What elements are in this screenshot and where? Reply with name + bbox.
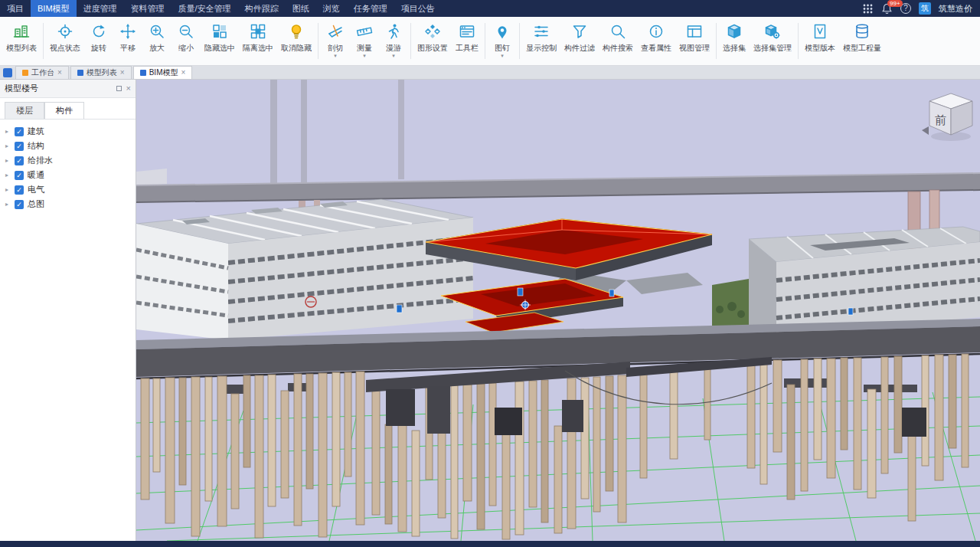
expand-icon[interactable]: ▸ — [3, 201, 11, 208]
tab-label: 工作台 — [31, 67, 54, 78]
tab-workbench[interactable]: 工作台 × — [15, 66, 69, 79]
ribbon-button-viewpoint-state[interactable]: 视点状态 — [46, 18, 84, 64]
status-bar — [0, 541, 980, 547]
home-tab-icon[interactable] — [3, 68, 12, 77]
ribbon-button-label: 缩小 — [178, 43, 194, 54]
expand-icon[interactable]: ▸ — [3, 142, 11, 149]
ribbon-button-view-properties[interactable]: 查看属性 — [637, 18, 675, 64]
tab-model-list[interactable]: 模型列表 × — [70, 66, 132, 79]
workbench-tab-icon — [22, 70, 28, 76]
username[interactable]: 筑慧造价 — [939, 3, 972, 15]
hide-selected-icon — [211, 21, 228, 41]
ribbon-button-selection-set-manager[interactable]: 选择集管理 — [750, 18, 795, 64]
ribbon-button-label: 放大 — [149, 43, 165, 54]
section-icon — [327, 21, 344, 41]
tree-item-plumbing[interactable]: ▸ ✓ 给排水 — [3, 153, 132, 168]
tree-item-label: 暖通 — [28, 169, 44, 181]
ribbon-button-pan[interactable]: 平移 — [113, 18, 142, 64]
apps-icon[interactable] — [862, 3, 874, 15]
model-version-icon — [812, 21, 828, 41]
search-icon — [609, 21, 626, 41]
ribbon-button-label: 查看属性 — [641, 43, 671, 54]
tab-label: BIM模型 — [149, 67, 178, 78]
close-icon[interactable]: × — [57, 69, 62, 77]
pin-panel-icon[interactable] — [116, 86, 122, 91]
ribbon-button-model-list[interactable]: 模型列表 — [2, 18, 41, 64]
ribbon-button-label: 隔离选中 — [243, 43, 273, 54]
close-panel-icon[interactable]: × — [126, 84, 131, 93]
ribbon-button-isolate-selected[interactable]: 隔离选中 — [239, 18, 277, 64]
ribbon-button-graphic-settings[interactable]: 图形设置 — [413, 18, 452, 64]
ribbon-button-pin[interactable]: 图钉 ▾ — [488, 18, 517, 64]
ribbon-button-label: 视图管理 — [679, 43, 710, 54]
tree-item-label: 给排水 — [28, 155, 53, 166]
checkbox-checked[interactable]: ✓ — [15, 185, 24, 195]
menu-item-documents[interactable]: 资料管理 — [124, 0, 172, 17]
ribbon-button-zoom-in[interactable]: 放大 — [142, 18, 172, 64]
avatar[interactable]: 筑 — [919, 2, 931, 15]
panel-tab-floors[interactable]: 楼层 — [5, 102, 44, 119]
selection-set-manager-icon — [764, 21, 781, 41]
ribbon-separator — [798, 23, 799, 59]
panel-header: 模型楼号 × — [0, 80, 136, 98]
ribbon-button-label: 构件搜索 — [603, 43, 633, 54]
ribbon-button-display-control[interactable]: 显示控制 — [522, 18, 560, 64]
menu-item-drawings[interactable]: 图纸 — [286, 0, 316, 17]
ribbon-button-view-manager[interactable]: 视图管理 — [675, 18, 714, 64]
ribbon-button-measure[interactable]: 测量 ▾ — [350, 18, 379, 64]
ribbon-button-model-quantities[interactable]: 模型工程量 — [839, 18, 885, 64]
dropdown-arrow-icon: ▾ — [501, 54, 504, 58]
panel-tab-components[interactable]: 构件 — [44, 102, 84, 119]
ribbon-button-walkthrough[interactable]: 漫游 ▾ — [379, 18, 408, 64]
pan-icon — [119, 21, 136, 41]
menu-item-browse[interactable]: 浏览 — [316, 0, 347, 17]
ribbon-button-section[interactable]: 剖切 ▾ — [321, 18, 350, 64]
menu-item-project[interactable]: 项目 — [0, 0, 31, 17]
menu-item-schedule[interactable]: 进度管理 — [77, 0, 124, 17]
ribbon-button-label: 测量 — [357, 43, 372, 54]
close-icon[interactable]: × — [120, 69, 125, 77]
ribbon-button-toolbar[interactable]: 工具栏 — [452, 18, 482, 64]
notifications-button[interactable]: 99+ — [881, 3, 893, 15]
zoom-out-icon — [178, 21, 194, 41]
ribbon-button-component-filter[interactable]: 构件过滤 — [560, 18, 599, 64]
ribbon-button-selection-set[interactable]: 选择集 — [719, 18, 750, 64]
tree-item-architecture[interactable]: ▸ ✓ 建筑 — [3, 124, 132, 139]
checkbox-checked[interactable]: ✓ — [15, 127, 24, 136]
tab-bim-model[interactable]: BIM模型 × — [133, 66, 193, 79]
ribbon-button-label: 剖切 — [328, 43, 343, 54]
tree-item-electrical[interactable]: ▸ ✓ 电气 — [3, 182, 132, 197]
menu-item-announcements[interactable]: 项目公告 — [394, 0, 442, 17]
ribbon-button-rotate[interactable]: 旋转 — [84, 18, 113, 64]
expand-icon[interactable]: ▸ — [3, 128, 11, 135]
ribbon-button-label: 视点状态 — [50, 43, 80, 54]
menu-item-quality-safety[interactable]: 质量/安全管理 — [172, 0, 238, 17]
tree-item-siteplan[interactable]: ▸ ✓ 总图 — [3, 197, 132, 211]
tree-item-label: 总图 — [28, 198, 44, 210]
checkbox-checked[interactable]: ✓ — [15, 142, 24, 151]
tree-item-structure[interactable]: ▸ ✓ 结构 — [3, 139, 132, 153]
tree-item-hvac[interactable]: ▸ ✓ 暖通 — [3, 168, 132, 182]
expand-icon[interactable]: ▸ — [3, 186, 11, 193]
ribbon-button-unhide[interactable]: 取消隐藏 — [277, 18, 315, 64]
expand-icon[interactable]: ▸ — [3, 172, 11, 179]
ribbon-button-model-version[interactable]: 模型版本 — [801, 18, 839, 64]
expand-icon[interactable]: ▸ — [3, 157, 11, 164]
menu-item-bim-model[interactable]: BIM模型 — [31, 0, 77, 17]
ribbon-button-zoom-out[interactable]: 缩小 — [172, 18, 201, 64]
viewport-3d[interactable]: 前 — [136, 80, 980, 541]
model-list-icon — [13, 21, 30, 41]
checkbox-checked[interactable]: ✓ — [15, 156, 24, 165]
ribbon-button-hide-selected[interactable]: 隐藏选中 — [201, 18, 239, 64]
checkbox-checked[interactable]: ✓ — [15, 200, 24, 209]
ribbon-separator — [43, 23, 44, 59]
menu-item-tasks[interactable]: 任务管理 — [347, 0, 394, 17]
tab-label: 模型列表 — [87, 67, 117, 78]
filter-icon — [571, 21, 588, 41]
ribbon-button-component-search[interactable]: 构件搜索 — [599, 18, 637, 64]
menu-item-component-tracking[interactable]: 构件跟踪 — [238, 0, 286, 17]
close-icon[interactable]: × — [181, 69, 185, 77]
ribbon-separator — [318, 23, 318, 59]
checkbox-checked[interactable]: ✓ — [15, 171, 24, 180]
ribbon-button-label: 显示控制 — [526, 43, 557, 54]
